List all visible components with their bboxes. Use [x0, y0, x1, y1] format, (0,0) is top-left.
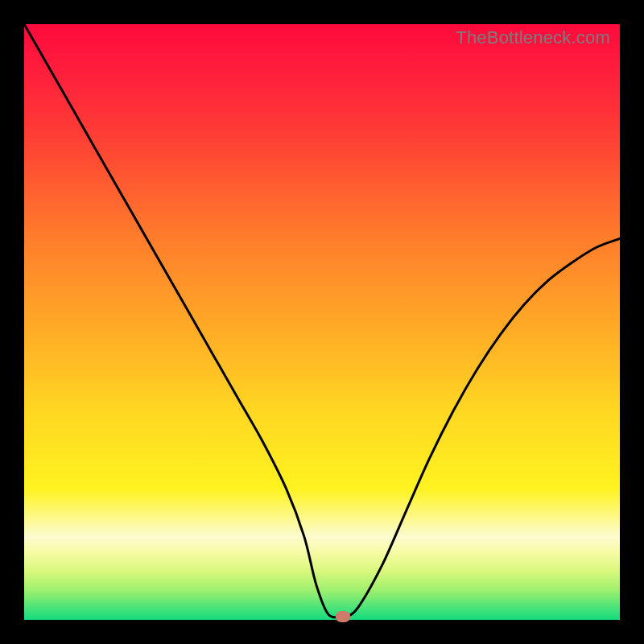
bottleneck-curve — [24, 24, 620, 617]
optimal-marker — [336, 611, 350, 622]
plot-area: TheBottleneck.com — [24, 24, 620, 620]
chart-frame: TheBottleneck.com — [0, 0, 644, 644]
curve-svg — [24, 24, 620, 620]
